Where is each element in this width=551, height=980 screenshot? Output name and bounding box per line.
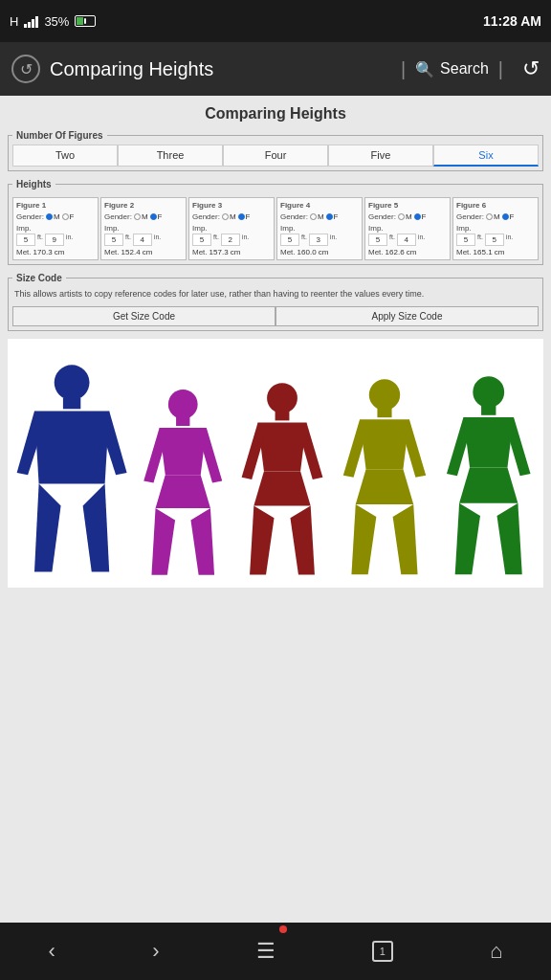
figure-card-2: Figure 2 Gender: M F Imp. ft. in. — [100, 197, 187, 260]
metric-value: 162.6 cm — [386, 248, 417, 256]
forward-button[interactable]: › — [143, 929, 168, 973]
male-radio[interactable] — [310, 213, 317, 220]
feet-input[interactable] — [368, 234, 387, 246]
time-display: 11:28 AM — [483, 13, 541, 29]
female-radio[interactable] — [150, 213, 157, 220]
silhouette-6 — [541, 369, 552, 583]
gender-female[interactable]: F — [238, 212, 251, 221]
home-button[interactable]: ⌂ — [480, 929, 512, 973]
silhouette-svg — [12, 363, 134, 583]
gender-male[interactable]: M — [222, 212, 236, 221]
search-button[interactable]: 🔍 Search — [415, 60, 489, 78]
num-fig-two[interactable]: Two — [12, 145, 118, 167]
female-radio[interactable] — [414, 213, 421, 220]
male-radio[interactable] — [46, 213, 53, 220]
gender-male[interactable]: M — [46, 212, 60, 221]
status-bar: H 35% 11:28 AM — [0, 0, 551, 42]
notification-dot — [279, 925, 287, 933]
inches-input[interactable] — [45, 234, 64, 246]
silhouette-3 — [231, 380, 333, 583]
refresh-icon[interactable]: ↺ — [522, 56, 540, 81]
metric-row: Met. 162.6 cm — [368, 248, 447, 256]
back-button[interactable]: ‹ — [39, 929, 65, 973]
silhouette-4 — [333, 376, 436, 583]
imperial-row: Imp. ft. in. — [368, 223, 447, 246]
apply-size-code-button[interactable]: Apply Size Code — [276, 306, 539, 326]
figures-row: Figure 1 Gender: M F Imp. ft. in. — [12, 197, 539, 260]
gender-female[interactable]: F — [502, 212, 515, 221]
search-icon: 🔍 — [415, 60, 434, 78]
figure-card-1: Figure 1 Gender: M F Imp. ft. in. — [12, 197, 99, 260]
num-fig-six[interactable]: Six — [433, 145, 539, 167]
male-radio[interactable] — [486, 213, 493, 220]
svg-rect-7 — [377, 407, 391, 417]
inches-input[interactable] — [133, 234, 152, 246]
gender-row: Gender: M F — [456, 212, 535, 221]
imperial-row: Imp. ft. in. — [104, 223, 183, 246]
battery-percentage: 35% — [44, 14, 69, 29]
female-label: F — [422, 212, 427, 221]
female-label: F — [246, 212, 251, 221]
male-radio[interactable] — [222, 213, 229, 220]
feet-input[interactable] — [280, 234, 299, 246]
page-title: Comparing Heights — [8, 105, 543, 122]
male-label: M — [406, 212, 412, 221]
male-label: M — [54, 212, 60, 221]
gender-female[interactable]: F — [414, 212, 427, 221]
gender-female[interactable]: F — [150, 212, 163, 221]
figure-card-5: Figure 5 Gender: M F Imp. ft. in. — [364, 197, 451, 260]
gender-male[interactable]: M — [486, 212, 500, 221]
feet-input[interactable] — [192, 234, 211, 246]
female-label: F — [158, 212, 163, 221]
size-code-description: This allows artists to copy reference co… — [12, 287, 539, 301]
gender-male[interactable]: M — [310, 212, 324, 221]
app-bar: ↺ Comparing Heights | 🔍 Search | ↺ — [0, 42, 551, 96]
metric-row: Met. 165.1 cm — [456, 248, 535, 256]
menu-button[interactable]: ☰ — [247, 929, 285, 973]
inches-input[interactable] — [221, 234, 240, 246]
forward-icon: › — [152, 939, 159, 964]
metric-row: Met. 152.4 cm — [104, 248, 183, 256]
svg-point-4 — [267, 383, 298, 413]
svg-point-6 — [369, 379, 400, 410]
num-fig-four[interactable]: Four — [223, 145, 328, 167]
figure-title: Figure 3 — [192, 201, 271, 210]
feet-input[interactable] — [16, 234, 35, 246]
gender-male[interactable]: M — [398, 212, 412, 221]
male-radio[interactable] — [134, 213, 141, 220]
gender-female[interactable]: F — [62, 212, 75, 221]
signal-icon — [24, 14, 38, 28]
male-label: M — [230, 212, 236, 221]
inches-input[interactable] — [485, 234, 504, 246]
carrier-label: H — [10, 14, 18, 29]
tabs-button[interactable]: 1 — [363, 931, 403, 971]
male-radio[interactable] — [398, 213, 405, 220]
gender-female[interactable]: F — [326, 212, 339, 221]
get-size-code-button[interactable]: Get Size Code — [12, 306, 276, 326]
num-fig-three[interactable]: Three — [118, 145, 223, 167]
metric-row: Met. 170.3 cm — [16, 248, 95, 256]
feet-input[interactable] — [104, 234, 123, 246]
heights-legend: Heights — [12, 179, 55, 189]
female-radio[interactable] — [502, 213, 509, 220]
num-fig-five[interactable]: Five — [328, 145, 433, 167]
gender-row: Gender: M F — [16, 212, 95, 221]
gender-male[interactable]: M — [134, 212, 148, 221]
female-label: F — [510, 212, 515, 221]
metric-value: 170.3 cm — [33, 248, 65, 256]
female-radio[interactable] — [326, 213, 333, 220]
app-logo: ↺ — [11, 55, 40, 83]
metric-value: 152.4 cm — [121, 248, 153, 256]
female-radio[interactable] — [238, 213, 245, 220]
svg-point-2 — [167, 390, 197, 419]
menu-icon: ☰ — [256, 939, 276, 964]
figure-title: Figure 2 — [104, 201, 183, 210]
inches-input[interactable] — [309, 234, 328, 246]
gender-row: Gender: M F — [192, 212, 271, 221]
svg-rect-3 — [176, 416, 189, 426]
svg-rect-1 — [63, 398, 80, 410]
feet-input[interactable] — [456, 234, 475, 246]
inches-input[interactable] — [397, 234, 416, 246]
silhouette-svg — [231, 380, 333, 583]
female-radio[interactable] — [62, 213, 69, 220]
